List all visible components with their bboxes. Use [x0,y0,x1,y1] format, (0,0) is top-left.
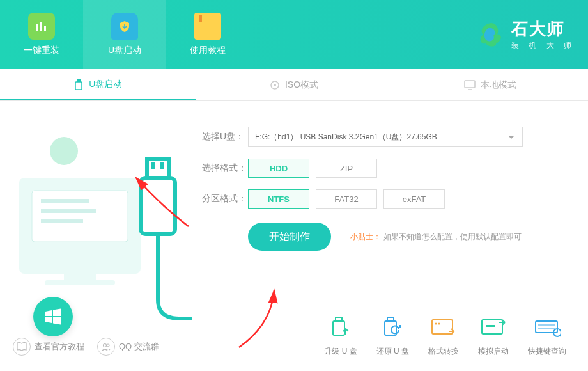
start-button[interactable]: 开始制作 [248,223,331,251]
format-option-zip[interactable]: ZIP [316,159,377,178]
svg-rect-26 [333,321,344,335]
iso-icon [270,80,280,90]
svg-point-10 [274,84,276,86]
tool-restore-usb[interactable]: 还原 U 盘 [376,315,409,357]
link-qq-group[interactable]: QQ 交流群 [97,338,159,356]
brand-logo-icon [477,20,505,49]
tool-hotkey-lookup[interactable]: 快捷键查询 [528,315,566,357]
svg-line-38 [560,335,561,338]
nav-usb-boot[interactable]: U盘启动 [83,0,166,69]
svg-rect-5 [44,26,46,31]
partition-option-ntfs[interactable]: NTFS [248,189,309,209]
tab-iso-mode[interactable]: ISO模式 [196,69,392,100]
svg-rect-8 [75,82,82,90]
format-option-hdd[interactable]: HDD [248,159,309,178]
header: 一键重装 U盘启动 使用教程 石大师 装 机 大 师 [0,0,588,69]
content: 选择U盘： F:G:（hd1） USB SanDisk 3.2Gen1（U盘）2… [0,101,588,371]
partition-label: 分区格式： [202,193,248,205]
reinstall-icon [28,13,55,40]
brand-title: 石大师 [511,18,575,40]
svg-rect-4 [40,22,42,31]
nav-tutorial[interactable]: 使用教程 [166,0,249,69]
tab-usb-boot[interactable]: U盘启动 [0,69,196,100]
tool-simulate-boot[interactable]: 模拟启动 [478,315,509,357]
partition-option-fat32[interactable]: FAT32 [316,189,377,209]
svg-rect-24 [160,162,164,169]
svg-point-40 [107,344,109,347]
tool-format-convert[interactable]: 格式转换 [428,315,459,357]
svg-rect-11 [465,81,475,88]
svg-rect-21 [141,178,175,234]
nav-label: U盘启动 [108,45,141,56]
svg-point-39 [104,344,107,347]
svg-rect-23 [151,162,155,169]
restore-usb-icon [378,315,406,341]
svg-rect-6 [199,15,202,22]
svg-rect-3 [36,24,38,31]
partition-option-exfat[interactable]: exFAT [383,189,445,209]
illustration [13,127,192,331]
svg-rect-22 [147,159,169,178]
brand-subtitle: 装 机 大 师 [511,40,575,51]
hotkey-icon [533,315,561,341]
format-label: 选择格式： [202,162,248,174]
usb-icon [74,79,84,90]
svg-point-31 [438,323,440,325]
svg-point-30 [435,323,437,325]
usb-shield-icon [111,13,138,40]
annotation-arrow-icon [233,287,303,351]
brand: 石大师 装 机 大 师 [477,18,575,51]
upgrade-usb-icon [327,315,355,341]
svg-rect-18 [64,274,96,280]
convert-icon [429,315,458,341]
monitor-icon [464,80,476,90]
tab-local-mode[interactable]: 本地模式 [392,69,588,100]
book-open-icon [13,338,31,356]
windows-badge-icon [33,297,73,336]
book-icon [194,13,221,40]
tip-text: 如果不知道怎么配置，使用默认配置即可 [383,232,522,242]
people-icon [97,338,115,356]
svg-point-20 [50,137,78,165]
nav-label: 使用教程 [190,45,226,56]
nav-label: 一键重装 [24,45,59,56]
svg-rect-14 [32,191,128,242]
svg-rect-33 [486,325,495,327]
simulate-icon [479,315,507,341]
tip-label: 小贴士： [350,232,381,242]
subtabs: U盘启动 ISO模式 本地模式 [0,69,588,101]
disk-dropdown[interactable]: F:G:（hd1） USB SanDisk 3.2Gen1（U盘）27.65GB [248,127,523,147]
disk-label: 选择U盘： [202,131,248,143]
nav-reinstall[interactable]: 一键重装 [0,0,83,69]
svg-rect-19 [45,280,115,285]
tool-upgrade-usb[interactable]: 升级 U 盘 [324,315,357,357]
link-official-tutorial[interactable]: 查看官方教程 [13,338,84,356]
